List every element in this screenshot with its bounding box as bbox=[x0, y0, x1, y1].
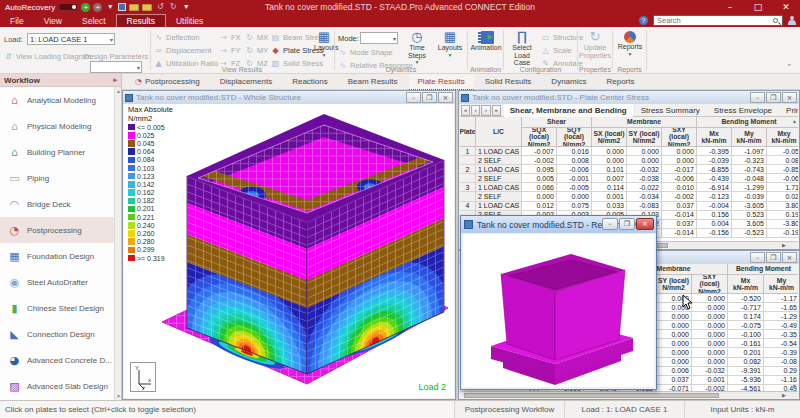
search-input[interactable] bbox=[654, 16, 773, 25]
deflection-button[interactable]: ∿Deflection bbox=[154, 32, 218, 43]
help-icon[interactable]: ? bbox=[639, 16, 648, 25]
save-icon[interactable] bbox=[118, 3, 126, 11]
column-header[interactable]: L/C bbox=[476, 117, 522, 147]
scroll-right-icon[interactable]: ▶ bbox=[780, 392, 788, 399]
workflow-item-foundation-design[interactable]: ▦Foundation Design bbox=[0, 243, 114, 269]
table-row[interactable]: 21 LOAD CAS0.095-0.0060.101-0.032-0.017-… bbox=[460, 165, 798, 174]
menu-select[interactable]: Select bbox=[72, 14, 116, 27]
fy-button[interactable]: →FY bbox=[219, 45, 241, 56]
column-header[interactable]: Bending Moment bbox=[728, 264, 798, 275]
menu-utilities[interactable]: Utilities bbox=[166, 14, 213, 27]
column-header[interactable]: SY (local)N/mm2 bbox=[627, 128, 662, 147]
column-header[interactable]: SQY (local)N/mm2 bbox=[557, 128, 592, 147]
displacement-button[interactable]: ≈Displacement bbox=[154, 45, 218, 56]
tab-postprocessing[interactable]: ◔Postprocessing bbox=[126, 74, 209, 90]
column-header[interactable]: SQX (local)N/mm2 bbox=[522, 128, 557, 147]
tab-reports[interactable]: Reports bbox=[597, 74, 643, 90]
column-header[interactable]: SX (local)N/mm2 bbox=[592, 128, 627, 147]
pin-icon[interactable]: ▸ bbox=[113, 76, 117, 84]
structure-window-titlebar[interactable]: Tank no cover modified.STD - Whole Struc… bbox=[123, 91, 455, 104]
scroll-up-icon[interactable]: ▲ bbox=[116, 88, 121, 94]
quick-access-dropdown-icon[interactable]: ▾ bbox=[105, 2, 115, 12]
toolbar-dropdown-icon[interactable]: ▾ bbox=[181, 2, 191, 12]
sheet-tab-stress-envelope[interactable]: Stress Envelope bbox=[708, 104, 778, 117]
column-header[interactable]: MykN-m/m bbox=[764, 275, 798, 294]
table-row[interactable]: 11 LOAD CAS-0.0070.0160.0000.0000.000-0.… bbox=[460, 147, 798, 156]
column-header[interactable]: MxykN-m/m bbox=[767, 128, 798, 147]
tab-plate-results[interactable]: Plate Results bbox=[409, 74, 474, 90]
status-units[interactable]: Input Units : kN-m bbox=[685, 401, 800, 418]
close-button[interactable]: ✕ bbox=[772, 0, 800, 14]
dynamics-layouts-button[interactable]: ▦ Layouts ▼ bbox=[434, 30, 466, 58]
reports-button[interactable]: Reports ▼ bbox=[614, 31, 646, 57]
workflow-item-physical-modeling[interactable]: ⌂Physical Modeling bbox=[0, 113, 114, 139]
status-load[interactable]: Load : 1: LOAD CASE 1 bbox=[565, 401, 685, 418]
tab-displacements[interactable]: Displacements bbox=[211, 74, 281, 90]
undo-icon[interactable]: ↺ bbox=[155, 2, 165, 12]
workflow-item-piping[interactable]: ▭Piping bbox=[0, 165, 114, 191]
column-header[interactable]: Plate bbox=[460, 117, 476, 147]
workflow-scrollbar[interactable]: ▲ ▼ bbox=[114, 87, 121, 400]
column-header[interactable]: MxkN-m/m bbox=[697, 128, 732, 147]
table-row[interactable]: 31 LOAD CAS0.066-0.0050.114-0.0220.010-6… bbox=[460, 183, 798, 192]
search-icon[interactable] bbox=[773, 18, 778, 23]
redo-icon[interactable]: ↻ bbox=[168, 2, 178, 12]
design-parameters-select[interactable]: ▾ bbox=[90, 61, 142, 73]
fx-button[interactable]: →FX bbox=[219, 32, 241, 43]
minimize-button[interactable]: – bbox=[406, 92, 421, 103]
column-header[interactable]: Bending Moment bbox=[697, 117, 798, 128]
workflow-item-building-planner[interactable]: ⌂Building Planner bbox=[0, 139, 114, 165]
maximize-button[interactable]: □ bbox=[744, 0, 772, 14]
structure-canvas[interactable]: Max Absolute N/mm2 <= 0.0050.0250.0450.0… bbox=[124, 104, 454, 398]
new-file-icon[interactable]: + bbox=[81, 3, 90, 12]
mx-button[interactable]: ↻MX bbox=[245, 32, 268, 43]
close-icon[interactable]: × bbox=[782, 252, 797, 263]
minimize-button[interactable]: – bbox=[750, 92, 765, 103]
close-button[interactable]: × bbox=[636, 218, 654, 230]
prev-sheet-button[interactable]: ‹ bbox=[471, 105, 480, 116]
load-case-select[interactable]: 1: LOAD CASE 1▾ bbox=[27, 33, 115, 45]
open-folder-icon[interactable] bbox=[129, 4, 139, 11]
column-header[interactable]: Shear bbox=[522, 117, 592, 128]
table-row[interactable]: 2 SELF0.0000.0000.001-0.034-0.002-0.123-… bbox=[460, 192, 798, 201]
table-row[interactable]: 2 SELF0.005-0.0010.007-0.038-0.006-0.439… bbox=[460, 174, 798, 183]
workflow-item-advanced-slab-design[interactable]: ▨Advanced Slab Design bbox=[0, 373, 114, 399]
minimize-button[interactable]: – bbox=[602, 218, 618, 230]
folder-icon[interactable] bbox=[142, 4, 152, 11]
layouts-button[interactable]: ▦ Layouts ▼ bbox=[314, 30, 334, 58]
column-header[interactable]: SXY (local)N/mm2 bbox=[662, 128, 697, 147]
table-scroll-up-icon[interactable]: ▲ bbox=[792, 118, 797, 124]
column-header[interactable]: SY (local)N/mm2 bbox=[656, 275, 692, 294]
tab-beam-results[interactable]: Beam Results bbox=[339, 74, 407, 90]
first-sheet-button[interactable]: « bbox=[461, 105, 470, 116]
restore-button[interactable]: ❐ bbox=[766, 252, 781, 263]
scroll-right-icon[interactable]: ▶ bbox=[780, 242, 788, 249]
workflow-item-postprocessing[interactable]: ◔Postprocessing bbox=[0, 217, 114, 243]
close-icon[interactable]: × bbox=[782, 92, 797, 103]
time-steps-button[interactable]: ◷ Time Steps ▼ bbox=[401, 30, 433, 65]
update-properties-button[interactable]: ↻ Update Properties bbox=[579, 30, 611, 59]
restore-button[interactable]: ❐ bbox=[422, 92, 437, 103]
workflow-item-connection-design[interactable]: ◣Connection Design bbox=[0, 321, 114, 347]
menu-results[interactable]: Results bbox=[116, 14, 166, 27]
view-loading-diagram-button[interactable]: ⇵ View Loading Diagram bbox=[4, 51, 91, 62]
workflow-item-advanced-concrete-d[interactable]: ◕Advanced Concrete D... bbox=[0, 347, 114, 373]
column-header[interactable]: Membrane bbox=[592, 117, 697, 128]
ribbon-collapse-icon[interactable]: ⌃ bbox=[786, 63, 792, 71]
autorecovery-toggle[interactable] bbox=[58, 3, 78, 11]
animation-button[interactable]: Animation bbox=[470, 31, 502, 52]
user-account-icon[interactable] bbox=[788, 16, 796, 25]
workflow-item-chinese-steel-design[interactable]: ▮Chinese Steel Design bbox=[0, 295, 114, 321]
stress-table-2-hscrollbar[interactable]: ▶ bbox=[460, 391, 798, 398]
workflow-item-analytical-modeling[interactable]: ⌂Analytical Modeling bbox=[0, 87, 114, 113]
tab-solid-results[interactable]: Solid Results bbox=[476, 74, 541, 90]
sheet-tab-stress-summary[interactable]: Stress Summary bbox=[635, 104, 706, 117]
close-icon[interactable]: × bbox=[438, 92, 453, 103]
last-sheet-button[interactable]: » bbox=[492, 105, 501, 116]
minimize-button[interactable]: – bbox=[750, 252, 765, 263]
menu-file[interactable]: File bbox=[0, 14, 34, 27]
workflow-item-bridge-deck[interactable]: ◠Bridge Deck bbox=[0, 191, 114, 217]
table-scroll-down-icon[interactable]: ▼ bbox=[792, 383, 797, 389]
restore-button[interactable]: ❐ bbox=[619, 218, 635, 230]
column-header[interactable]: SXY (local)N/mm2 bbox=[692, 275, 728, 294]
